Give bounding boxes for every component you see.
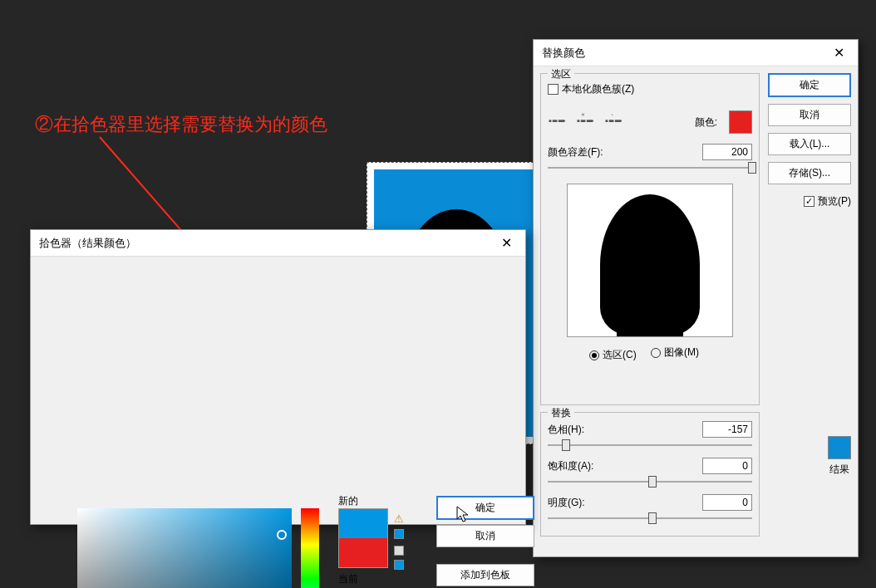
hue-strip[interactable] [301, 508, 319, 588]
replace-color-dialog: 替换颜色 ✕ 选区 本地化颜色簇(Z) + - [533, 39, 859, 557]
localize-label: 本地化颜色簇(Z) [562, 82, 634, 96]
replace-group: 替换 色相(H): 饱和度(A): 明度(G): [540, 412, 760, 537]
source-color-swatch[interactable] [729, 110, 752, 134]
picker-close-icon[interactable]: ✕ [496, 235, 517, 251]
light-input[interactable] [702, 494, 752, 511]
picker-ok-button[interactable]: 确定 [436, 496, 534, 520]
eyedropper-icon[interactable] [544, 110, 568, 134]
radio-selection[interactable]: 选区(C) [589, 348, 637, 362]
hue-label: 色相(H): [548, 423, 584, 437]
save-button[interactable]: 存储(S)... [768, 162, 851, 184]
picker-cancel-button[interactable]: 取消 [436, 525, 534, 547]
replace-title: 替换颜色 [542, 46, 585, 61]
warning-icon[interactable]: ⚠ [394, 512, 404, 525]
ok-button[interactable]: 确定 [768, 73, 851, 97]
result-label: 结果 [828, 463, 851, 477]
light-label: 明度(G): [548, 496, 585, 510]
result-swatch[interactable] [828, 436, 851, 459]
sat-label: 饱和度(A): [548, 459, 593, 473]
selection-group-label: 选区 [548, 67, 574, 81]
cube-icon[interactable] [394, 546, 404, 556]
selection-preview [567, 184, 733, 337]
replace-group-label: 替换 [548, 406, 574, 420]
color-label: 颜色: [695, 115, 717, 130]
svg-text:+: + [579, 110, 588, 119]
annotation-2: ②在拾色器里选择需要替换为的颜色 [35, 112, 327, 137]
cube-swatch[interactable] [394, 560, 404, 570]
new-color[interactable] [339, 509, 387, 538]
hue-slider[interactable] [548, 441, 752, 451]
load-button[interactable]: 载入(L)... [768, 133, 851, 155]
fuzziness-input[interactable] [702, 144, 752, 160]
selection-group: 选区 本地化颜色簇(Z) + - 颜色: [540, 73, 760, 405]
sat-slider[interactable] [548, 478, 752, 488]
current-label: 当前 [338, 572, 358, 586]
replace-titlebar: 替换颜色 ✕ [534, 40, 858, 66]
fuzziness-label: 颜色容差(F): [548, 145, 603, 159]
eyedropper-plus-icon[interactable]: + [573, 110, 596, 134]
picker-title: 拾色器（结果颜色） [39, 236, 136, 251]
warning-swatch[interactable] [394, 529, 404, 539]
color-compare [338, 508, 388, 568]
current-color[interactable] [339, 538, 387, 567]
localize-checkbox[interactable]: 本地化颜色簇(Z) [548, 82, 634, 96]
new-label: 新的 [338, 494, 358, 508]
color-picker-dialog: 拾色器（结果颜色） ✕ 新的 当前 ⚠ 确定 取消 添加到色板 颜色库 H: 度… [30, 229, 526, 525]
svg-text:-: - [608, 111, 615, 118]
color-field-cursor [277, 530, 287, 540]
picker-titlebar: 拾色器（结果颜色） ✕ [31, 230, 525, 257]
radio-image[interactable]: 图像(M) [651, 345, 699, 360]
color-field[interactable] [77, 508, 292, 588]
eyedropper-minus-icon[interactable]: - [601, 110, 624, 134]
add-swatch-button[interactable]: 添加到色板 [436, 564, 534, 586]
close-icon[interactable]: ✕ [829, 45, 849, 61]
light-slider[interactable] [548, 514, 752, 524]
fuzziness-slider[interactable] [548, 164, 752, 174]
hue-input[interactable] [702, 421, 752, 438]
preview-checkbox[interactable]: ✓ 预览(P) [804, 194, 851, 208]
sat-input[interactable] [702, 458, 752, 474]
cancel-button[interactable]: 取消 [768, 104, 851, 126]
